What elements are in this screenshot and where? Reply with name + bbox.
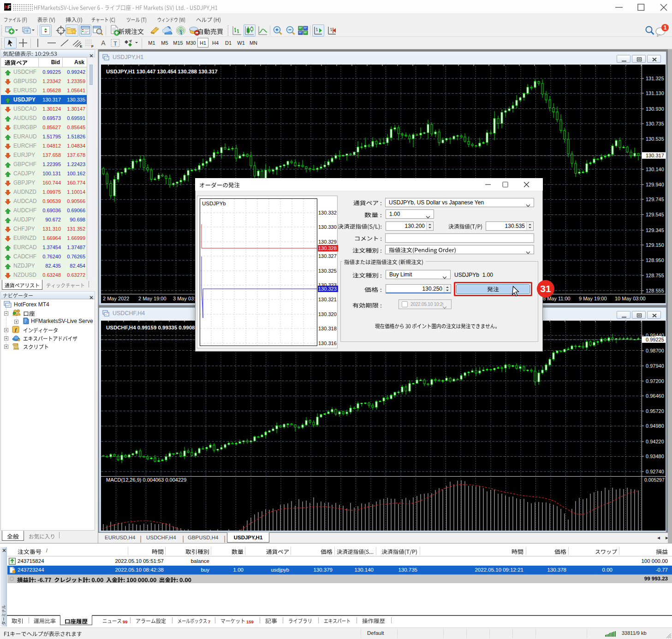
svg-text:130.535: 130.535 bbox=[646, 136, 664, 142]
svg-text:USDJPYb: USDJPYb bbox=[202, 201, 226, 206]
svg-text:0.94220: 0.94220 bbox=[646, 439, 664, 444]
svg-text:130.930: 130.930 bbox=[646, 106, 664, 112]
svg-text:128.950: 128.950 bbox=[646, 257, 664, 263]
svg-text:2 May 19:00: 2 May 19:00 bbox=[138, 296, 167, 301]
svg-text:130.316: 130.316 bbox=[318, 340, 337, 346]
svg-text:130.318: 130.318 bbox=[318, 326, 337, 331]
svg-text:129.150: 129.150 bbox=[646, 242, 664, 248]
svg-text:2 May 2022: 2 May 2022 bbox=[103, 296, 129, 301]
svg-text:130.323: 130.323 bbox=[318, 286, 337, 292]
svg-text:130.325: 130.325 bbox=[318, 268, 337, 274]
svg-text:0.005297: 0.005297 bbox=[644, 477, 665, 483]
svg-text:1: 1 bbox=[664, 24, 667, 31]
svg-text:130.321: 130.321 bbox=[318, 297, 337, 302]
svg-text:128.755: 128.755 bbox=[646, 273, 664, 278]
svg-text:MACD(12,26,9) 0.004063 0.00422: MACD(12,26,9) 0.004063 0.004229 bbox=[106, 477, 186, 483]
svg-text:129.745: 129.745 bbox=[646, 197, 664, 202]
svg-text:128.555: 128.555 bbox=[646, 288, 664, 293]
svg-text:USDJPY,H1 130.447 130.454 130: USDJPY,H1 130.447 130.454 130.288 130.31… bbox=[106, 69, 218, 74]
svg-text:129.345: 129.345 bbox=[646, 227, 664, 233]
svg-text:0.93480: 0.93480 bbox=[646, 454, 664, 459]
svg-text:130.328: 130.328 bbox=[318, 245, 337, 251]
svg-text:130.140: 130.140 bbox=[646, 167, 664, 172]
svg-text:130.330: 130.330 bbox=[318, 224, 337, 230]
svg-text:0.98700: 0.98700 bbox=[646, 348, 664, 353]
svg-text:0.96460: 0.96460 bbox=[646, 393, 664, 399]
svg-text:E: E bbox=[80, 44, 83, 48]
svg-text:0.94980: 0.94980 bbox=[646, 423, 664, 429]
svg-text:131.325: 131.325 bbox=[646, 76, 664, 81]
svg-text:130.320: 130.320 bbox=[318, 311, 337, 317]
svg-text:130.735: 130.735 bbox=[646, 121, 664, 126]
svg-text:0.92740: 0.92740 bbox=[646, 469, 664, 474]
svg-text:130.332: 130.332 bbox=[318, 210, 337, 215]
svg-text:129.940: 129.940 bbox=[646, 182, 664, 187]
svg-text:131.130: 131.130 bbox=[646, 90, 664, 96]
svg-text:T: T bbox=[113, 41, 117, 47]
svg-text:F: F bbox=[91, 44, 94, 48]
svg-text:9 May 19:00: 9 May 19:00 bbox=[579, 296, 607, 301]
svg-text:0.95720: 0.95720 bbox=[646, 408, 664, 414]
svg-text:0.99225: 0.99225 bbox=[646, 337, 664, 342]
svg-text:130.327: 130.327 bbox=[318, 253, 337, 259]
svg-text:0.97940: 0.97940 bbox=[646, 363, 664, 369]
svg-text:129.545: 129.545 bbox=[646, 212, 664, 217]
svg-text:10 May 03:00: 10 May 03:00 bbox=[615, 296, 646, 301]
svg-text:130.317: 130.317 bbox=[646, 153, 664, 158]
svg-text:130.329: 130.329 bbox=[318, 239, 337, 245]
svg-text:0.97200: 0.97200 bbox=[646, 378, 664, 384]
